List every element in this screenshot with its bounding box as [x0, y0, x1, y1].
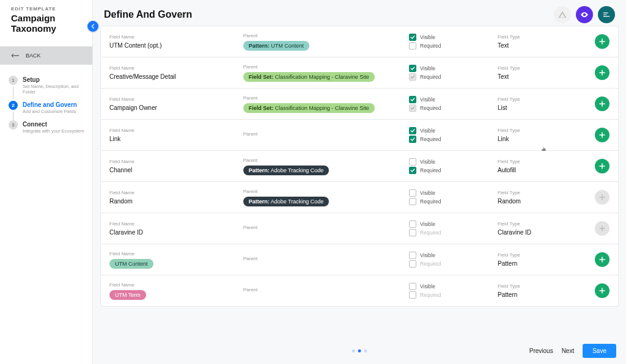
visible-checkbox[interactable]	[409, 96, 416, 103]
visible-checkbox[interactable]	[409, 252, 416, 259]
required-label: Required	[420, 230, 441, 236]
field-type-label: Field Type	[498, 221, 581, 227]
visible-checkbox[interactable]	[409, 65, 416, 72]
visible-row: Visible	[409, 283, 493, 290]
settings-button[interactable]	[598, 6, 615, 23]
visible-checkbox[interactable]	[409, 189, 416, 197]
step-define-and-govern[interactable]: 2Define and GovernAdd and Customize Fiel…	[9, 101, 86, 114]
field-row: Field NameCreative/Message DetailParentF…	[100, 57, 619, 89]
visible-label: Visible	[420, 128, 435, 134]
field-name-label: Field Name	[109, 221, 238, 227]
step-title: Define and Govern	[23, 101, 77, 108]
visible-label: Visible	[420, 283, 435, 289]
add-button[interactable]	[595, 252, 609, 267]
field-name-value: Random	[109, 198, 238, 205]
plus-icon	[599, 225, 605, 231]
field-type-label: Field Type	[498, 159, 581, 164]
visible-row: Visible	[409, 127, 493, 134]
add-button[interactable]	[595, 34, 609, 49]
save-button[interactable]: Save	[583, 344, 616, 358]
parent-label: Parent	[243, 33, 404, 38]
page-dot[interactable]	[352, 349, 355, 352]
visible-checkbox[interactable]	[409, 34, 416, 41]
step-connect[interactable]: 3ConnectIntegrate with your Ecosystem	[9, 120, 86, 134]
field-name-label: Field Name	[109, 128, 238, 133]
field-name-value: Creative/Message Detail	[109, 73, 238, 80]
required-label: Required	[420, 136, 441, 142]
field-type-value: Text	[498, 73, 581, 80]
required-checkbox[interactable]	[409, 198, 416, 205]
step-bullet: 3	[9, 120, 18, 129]
previous-button[interactable]: Previous	[529, 348, 553, 354]
required-checkbox[interactable]	[409, 167, 416, 174]
field-name-label: Field Name	[109, 251, 238, 257]
preview-button[interactable]	[576, 6, 593, 23]
add-button[interactable]	[595, 159, 609, 173]
field-name-label: Field Name	[109, 34, 238, 40]
visible-row: Visible	[409, 34, 493, 41]
warning-button[interactable]	[554, 6, 571, 23]
page-dot[interactable]	[364, 349, 367, 352]
sidebar-collapse-button[interactable]	[87, 21, 98, 32]
required-row: Required	[409, 136, 493, 143]
step-setup[interactable]: 1SetupSet Name, Description, and Folder	[9, 76, 86, 95]
visible-checkbox[interactable]	[409, 158, 416, 166]
required-checkbox[interactable]	[409, 229, 416, 236]
field-name-value: Claravine ID	[109, 229, 238, 236]
field-type-label: Field Type	[498, 65, 581, 71]
required-checkbox	[409, 104, 416, 112]
required-row: Required	[409, 104, 493, 112]
wizard-steps: 1SetupSet Name, Description, and Folder2…	[0, 65, 92, 140]
field-name-value: Campaign Owner	[109, 104, 238, 111]
field-row: Field NameLinkParentVisibleRequiredField…	[100, 120, 619, 151]
add-button	[595, 190, 609, 205]
required-checkbox[interactable]	[409, 260, 416, 268]
field-name-label: Field Name	[109, 96, 238, 102]
parent-pill: Field Set: Classification Mapping - Clar…	[243, 103, 375, 113]
next-button[interactable]: Next	[562, 348, 575, 354]
required-row: Required	[409, 260, 493, 268]
page-dot[interactable]	[358, 349, 361, 352]
field-type-label: Field Type	[498, 190, 581, 195]
step-subtitle: Set Name, Description, and Folder	[23, 84, 86, 95]
required-label: Required	[420, 105, 441, 111]
field-row: Field NameUTM Content (opt.)ParentPatter…	[100, 26, 619, 57]
back-button[interactable]: BACK	[0, 46, 92, 65]
required-label: Required	[420, 74, 441, 80]
visible-label: Visible	[420, 34, 435, 40]
parent-label: Parent	[243, 256, 404, 261]
required-label: Required	[420, 292, 441, 298]
visible-checkbox[interactable]	[409, 220, 416, 228]
field-type-value: Random	[498, 198, 581, 205]
visible-label: Visible	[420, 221, 435, 227]
visible-row: Visible	[409, 158, 493, 166]
field-name-label: Field Name	[109, 282, 238, 288]
field-row: Field NameCampaign OwnerParentField Set:…	[100, 89, 619, 120]
parent-label: Parent	[243, 189, 404, 194]
parent-label: Parent	[243, 131, 404, 137]
visible-row: Visible	[409, 65, 493, 72]
add-button[interactable]	[595, 96, 609, 111]
parent-label: Parent	[243, 95, 404, 101]
required-row: Required	[409, 198, 493, 205]
required-checkbox[interactable]	[409, 42, 416, 49]
plus-icon	[599, 288, 605, 294]
chevron-left-icon	[90, 24, 95, 29]
parent-label: Parent	[243, 287, 404, 293]
add-button[interactable]	[595, 65, 609, 80]
visible-label: Visible	[420, 65, 435, 71]
field-row: Field NameUTM ContentParentVisibleRequir…	[100, 244, 619, 275]
parent-pill: Pattern: UTM Content	[243, 41, 309, 51]
visible-checkbox[interactable]	[409, 127, 416, 134]
visible-checkbox[interactable]	[409, 283, 416, 290]
field-type-value: Link	[498, 136, 581, 142]
add-button[interactable]	[595, 128, 609, 142]
required-row: Required	[409, 42, 493, 49]
field-type-value: Pattern	[498, 291, 581, 298]
required-label: Required	[420, 43, 441, 49]
required-checkbox[interactable]	[409, 136, 416, 143]
visible-label: Visible	[420, 159, 435, 165]
required-checkbox[interactable]	[409, 291, 416, 299]
add-button[interactable]	[595, 283, 609, 298]
visible-row: Visible	[409, 252, 493, 259]
